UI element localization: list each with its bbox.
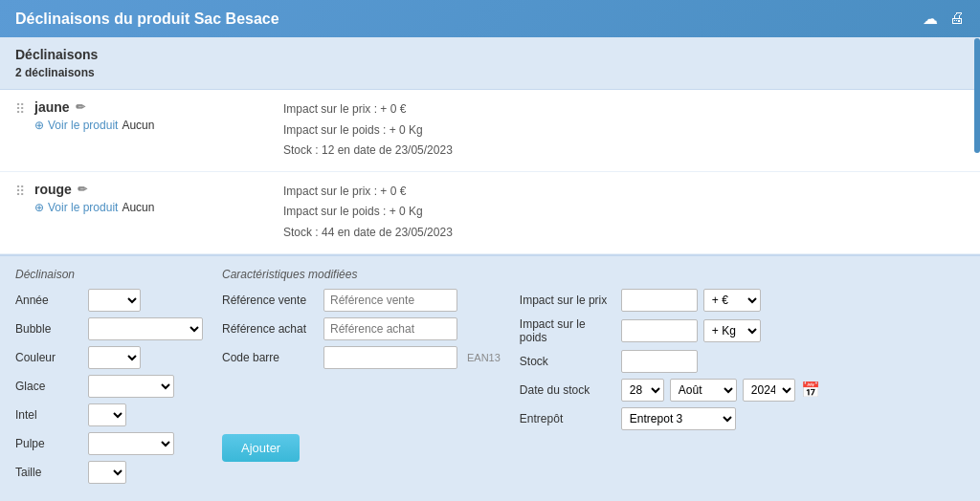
glace-label: Glace	[15, 380, 82, 393]
ref-achat-label: Référence achat	[222, 322, 318, 336]
declination-link-jaune: ⊕ Voir le produit Aucun	[34, 119, 283, 132]
view-product-link-jaune[interactable]: Voir le produit	[48, 119, 118, 132]
code-barre-label: Code barre	[222, 351, 318, 364]
impact-poids-input[interactable]	[621, 319, 698, 342]
declination-name-rouge: rouge ✏	[34, 182, 283, 197]
annee-label: Année	[15, 294, 82, 307]
form-row: Déclinaison Année Bubble Couleur Glace	[15, 268, 965, 490]
declination-name-jaune: jaune ✏	[34, 99, 283, 115]
section-count: 2 déclinaisons	[15, 66, 965, 79]
date-stock-label: Date du stock	[520, 383, 615, 397]
add-button[interactable]: Ajouter	[222, 434, 300, 462]
entrepot-select[interactable]: Entrepot 3 Entrepot 1 Entrepot 2 Entrepo…	[621, 407, 736, 430]
couleur-select[interactable]	[88, 346, 141, 369]
bubble-select[interactable]	[88, 317, 203, 340]
edit-icon-rouge[interactable]: ✏	[78, 183, 87, 196]
page-title: Déclinaisons du produit Sac Besace	[15, 11, 279, 28]
ref-achat-input[interactable]	[323, 317, 457, 340]
date-month-select[interactable]: Août Janvier Février Mars Avril Mai Juin…	[670, 379, 737, 402]
taille-label: Taille	[15, 466, 82, 479]
print-icon[interactable]: 🖨	[949, 10, 965, 28]
taille-select[interactable]	[88, 461, 126, 484]
add-form: Déclinaison Année Bubble Couleur Glace	[0, 254, 980, 501]
impact-poids-unit-select[interactable]: + Kg - Kg	[703, 319, 761, 342]
declination-list: ⠿ jaune ✏ ⊕ Voir le produit Aucun Impact…	[0, 90, 980, 254]
impact-poids-label: Impact sur le poids	[520, 317, 615, 344]
declination-info-rouge: Impact sur le prix : + 0 € Impact sur le…	[283, 182, 965, 244]
declination-link-rouge: ⊕ Voir le produit Aucun	[34, 201, 283, 214]
form-col-right: . Impact sur le prix + € - € Impact sur …	[520, 268, 965, 490]
date-stock-group: Date du stock 28 Août Janvier Février Ma…	[520, 379, 965, 402]
col2-title: Caractéristiques modifiées	[222, 268, 501, 281]
code-barre-input[interactable]	[323, 346, 457, 369]
pulpe-group: Pulpe	[15, 432, 203, 455]
declination-info-jaune: Impact sur le prix : + 0 € Impact sur le…	[283, 99, 965, 162]
drag-handle-icon[interactable]: ⠿	[15, 184, 25, 199]
link-icon-rouge: ⊕	[34, 201, 44, 214]
section-header: Déclinaisons 2 déclinaisons	[0, 37, 980, 90]
form-col-declination: Déclinaison Année Bubble Couleur Glace	[15, 268, 203, 490]
list-item: ⠿ jaune ✏ ⊕ Voir le produit Aucun Impact…	[0, 90, 980, 172]
date-year-select[interactable]: 2024 2022 2023 2025	[743, 379, 795, 402]
bubble-label: Bubble	[15, 322, 82, 336]
ref-vente-input[interactable]	[323, 289, 457, 312]
ean-label: EAN13	[467, 352, 501, 363]
header: Déclinaisons du produit Sac Besace ☁ 🖨	[0, 0, 980, 37]
taille-group: Taille	[15, 461, 203, 484]
intel-select[interactable]	[88, 403, 126, 426]
couleur-group: Couleur	[15, 346, 203, 369]
bubble-group: Bubble	[15, 317, 203, 340]
cloud-icon[interactable]: ☁	[923, 10, 938, 28]
annee-select[interactable]	[88, 289, 141, 312]
glace-select[interactable]	[88, 375, 174, 398]
glace-group: Glace	[15, 375, 203, 398]
couleur-label: Couleur	[15, 351, 82, 364]
section-title: Déclinaisons	[15, 47, 965, 62]
impact-poids-group: Impact sur le poids + Kg - Kg	[520, 317, 965, 344]
view-product-link-rouge[interactable]: Voir le produit	[48, 201, 118, 214]
intel-label: Intel	[15, 408, 82, 422]
impact-prix-label: Impact sur le prix	[520, 294, 615, 307]
edit-icon-jaune[interactable]: ✏	[76, 100, 85, 114]
link-none-rouge: Aucun	[122, 201, 154, 214]
intel-group: Intel	[15, 403, 203, 426]
stock-label: Stock	[520, 355, 615, 368]
declination-left-rouge: rouge ✏ ⊕ Voir le produit Aucun	[34, 182, 283, 214]
entrepot-label: Entrepôt	[520, 412, 615, 425]
entrepot-group: Entrepôt Entrepot 3 Entrepot 1 Entrepot …	[520, 407, 965, 430]
ref-vente-label: Référence vente	[222, 294, 318, 307]
stock-group: Stock	[520, 350, 965, 373]
col1-title: Déclinaison	[15, 268, 203, 281]
form-col-carac: Caractéristiques modifiées Référence ven…	[222, 268, 501, 490]
link-none-jaune: Aucun	[122, 119, 154, 132]
impact-prix-unit-select[interactable]: + € - €	[703, 289, 761, 312]
date-day-select[interactable]: 28	[621, 379, 664, 402]
calendar-icon[interactable]: 📅	[801, 381, 820, 399]
ref-vente-group: Référence vente	[222, 289, 501, 312]
list-item: ⠿ rouge ✏ ⊕ Voir le produit Aucun Impact…	[0, 172, 980, 254]
drag-handle-icon[interactable]: ⠿	[15, 101, 25, 117]
header-icons: ☁ 🖨	[923, 10, 965, 28]
impact-prix-input[interactable]	[621, 289, 698, 312]
stock-input[interactable]	[621, 350, 698, 373]
ref-achat-group: Référence achat	[222, 317, 501, 340]
link-icon-jaune: ⊕	[34, 119, 44, 132]
code-barre-group: Code barre EAN13	[222, 346, 501, 369]
impact-prix-group: Impact sur le prix + € - €	[520, 289, 965, 312]
declination-left-jaune: jaune ✏ ⊕ Voir le produit Aucun	[34, 99, 283, 132]
pulpe-select[interactable]	[88, 432, 174, 455]
scrollbar[interactable]	[974, 38, 980, 153]
annee-group: Année	[15, 289, 203, 312]
pulpe-label: Pulpe	[15, 437, 82, 450]
